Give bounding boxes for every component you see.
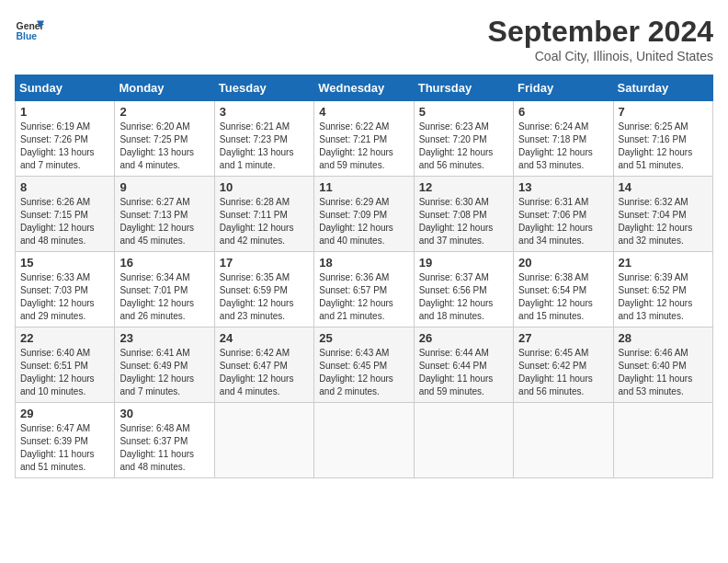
day-number: 6 [518,105,608,119]
day-info: Sunrise: 6:36 AM Sunset: 6:57 PM Dayligh… [319,271,408,323]
day-number: 20 [518,256,608,270]
calendar-cell: 22Sunrise: 6:40 AM Sunset: 6:51 PM Dayli… [16,327,115,403]
weekday-saturday: Saturday [613,75,712,101]
week-row-2: 8Sunrise: 6:26 AM Sunset: 7:15 PM Daylig… [16,177,713,252]
weekday-monday: Monday [115,75,214,101]
calendar-cell: 18Sunrise: 6:36 AM Sunset: 6:57 PM Dayli… [314,252,414,327]
day-info: Sunrise: 6:20 AM Sunset: 7:25 PM Dayligh… [119,121,209,172]
day-info: Sunrise: 6:44 AM Sunset: 6:44 PM Dayligh… [419,347,508,398]
day-info: Sunrise: 6:31 AM Sunset: 7:06 PM Dayligh… [518,196,608,247]
day-info: Sunrise: 6:29 AM Sunset: 7:09 PM Dayligh… [319,196,408,247]
calendar-cell: 30Sunrise: 6:48 AM Sunset: 6:37 PM Dayli… [115,403,214,478]
day-info: Sunrise: 6:27 AM Sunset: 7:13 PM Dayligh… [119,196,209,247]
day-info: Sunrise: 6:38 AM Sunset: 6:54 PM Dayligh… [518,271,608,323]
day-number: 2 [119,105,209,119]
weekday-wednesday: Wednesday [314,75,414,101]
day-number: 3 [220,105,309,119]
day-info: Sunrise: 6:45 AM Sunset: 6:42 PM Dayligh… [518,347,608,398]
day-info: Sunrise: 6:26 AM Sunset: 7:15 PM Dayligh… [20,196,109,247]
day-number: 22 [20,331,109,345]
day-info: Sunrise: 6:35 AM Sunset: 6:59 PM Dayligh… [220,271,309,323]
location-subtitle: Coal City, Illinois, United States [488,49,713,63]
calendar-cell: 10Sunrise: 6:28 AM Sunset: 7:11 PM Dayli… [214,177,313,252]
day-number: 16 [119,256,209,270]
day-number: 17 [220,256,309,270]
day-info: Sunrise: 6:24 AM Sunset: 7:18 PM Dayligh… [518,121,608,172]
svg-text:Blue: Blue [17,31,38,41]
calendar-cell: 13Sunrise: 6:31 AM Sunset: 7:06 PM Dayli… [514,177,613,252]
calendar-cell: 11Sunrise: 6:29 AM Sunset: 7:09 PM Dayli… [314,177,414,252]
page-header: General Blue September 2024 Coal City, I… [15,15,713,63]
day-info: Sunrise: 6:41 AM Sunset: 6:49 PM Dayligh… [119,347,209,398]
day-info: Sunrise: 6:21 AM Sunset: 7:23 PM Dayligh… [220,121,309,172]
calendar-cell: 19Sunrise: 6:37 AM Sunset: 6:56 PM Dayli… [414,252,513,327]
logo-icon: General Blue [15,15,44,44]
day-number: 24 [220,331,309,345]
day-info: Sunrise: 6:37 AM Sunset: 6:56 PM Dayligh… [419,271,508,323]
week-row-3: 15Sunrise: 6:33 AM Sunset: 7:03 PM Dayli… [16,252,713,327]
calendar-cell: 9Sunrise: 6:27 AM Sunset: 7:13 PM Daylig… [115,177,214,252]
day-number: 27 [518,331,608,345]
calendar-cell [514,403,613,478]
day-number: 23 [119,331,209,345]
calendar-cell: 2Sunrise: 6:20 AM Sunset: 7:25 PM Daylig… [115,101,214,177]
day-number: 14 [619,180,708,194]
day-info: Sunrise: 6:43 AM Sunset: 6:45 PM Dayligh… [319,347,408,398]
week-row-4: 22Sunrise: 6:40 AM Sunset: 6:51 PM Dayli… [16,327,713,403]
day-info: Sunrise: 6:47 AM Sunset: 6:39 PM Dayligh… [20,422,109,474]
calendar-cell: 25Sunrise: 6:43 AM Sunset: 6:45 PM Dayli… [314,327,414,403]
day-number: 21 [619,256,708,270]
day-info: Sunrise: 6:28 AM Sunset: 7:11 PM Dayligh… [220,196,309,247]
calendar-table: SundayMondayTuesdayWednesdayThursdayFrid… [15,75,713,478]
logo: General Blue [15,15,44,44]
calendar-cell: 17Sunrise: 6:35 AM Sunset: 6:59 PM Dayli… [214,252,313,327]
day-number: 7 [619,105,708,119]
weekday-friday: Friday [514,75,613,101]
day-number: 25 [319,331,408,345]
day-number: 8 [20,180,109,194]
calendar-cell [414,403,513,478]
day-info: Sunrise: 6:32 AM Sunset: 7:04 PM Dayligh… [619,196,708,247]
weekday-sunday: Sunday [16,75,115,101]
day-number: 12 [419,180,508,194]
calendar-cell: 5Sunrise: 6:23 AM Sunset: 7:20 PM Daylig… [414,101,513,177]
day-number: 30 [119,407,209,420]
calendar-cell: 27Sunrise: 6:45 AM Sunset: 6:42 PM Dayli… [514,327,613,403]
day-number: 4 [319,105,408,119]
day-info: Sunrise: 6:34 AM Sunset: 7:01 PM Dayligh… [119,271,209,323]
week-row-1: 1Sunrise: 6:19 AM Sunset: 7:26 PM Daylig… [16,101,713,177]
calendar-cell: 21Sunrise: 6:39 AM Sunset: 6:52 PM Dayli… [613,252,712,327]
calendar-cell: 6Sunrise: 6:24 AM Sunset: 7:18 PM Daylig… [514,101,613,177]
calendar-cell: 23Sunrise: 6:41 AM Sunset: 6:49 PM Dayli… [115,327,214,403]
day-number: 1 [20,105,109,119]
day-info: Sunrise: 6:33 AM Sunset: 7:03 PM Dayligh… [20,271,109,323]
calendar-cell: 29Sunrise: 6:47 AM Sunset: 6:39 PM Dayli… [16,403,115,478]
day-number: 11 [319,180,408,194]
calendar-cell: 1Sunrise: 6:19 AM Sunset: 7:26 PM Daylig… [16,101,115,177]
day-number: 19 [419,256,508,270]
day-info: Sunrise: 6:39 AM Sunset: 6:52 PM Dayligh… [619,271,708,323]
calendar-cell: 14Sunrise: 6:32 AM Sunset: 7:04 PM Dayli… [613,177,712,252]
calendar-cell: 16Sunrise: 6:34 AM Sunset: 7:01 PM Dayli… [115,252,214,327]
day-number: 13 [518,180,608,194]
weekday-tuesday: Tuesday [214,75,313,101]
calendar-cell: 7Sunrise: 6:25 AM Sunset: 7:16 PM Daylig… [613,101,712,177]
calendar-cell: 12Sunrise: 6:30 AM Sunset: 7:08 PM Dayli… [414,177,513,252]
calendar-cell: 8Sunrise: 6:26 AM Sunset: 7:15 PM Daylig… [16,177,115,252]
day-number: 18 [319,256,408,270]
day-number: 29 [20,407,109,420]
weekday-header-row: SundayMondayTuesdayWednesdayThursdayFrid… [16,75,713,101]
calendar-body: 1Sunrise: 6:19 AM Sunset: 7:26 PM Daylig… [16,101,713,478]
day-number: 10 [220,180,309,194]
day-info: Sunrise: 6:48 AM Sunset: 6:37 PM Dayligh… [119,422,209,474]
day-info: Sunrise: 6:23 AM Sunset: 7:20 PM Dayligh… [419,121,508,172]
calendar-cell: 3Sunrise: 6:21 AM Sunset: 7:23 PM Daylig… [214,101,313,177]
week-row-5: 29Sunrise: 6:47 AM Sunset: 6:39 PM Dayli… [16,403,713,478]
calendar-cell: 26Sunrise: 6:44 AM Sunset: 6:44 PM Dayli… [414,327,513,403]
day-number: 15 [20,256,109,270]
calendar-cell [214,403,313,478]
calendar-cell: 4Sunrise: 6:22 AM Sunset: 7:21 PM Daylig… [314,101,414,177]
day-info: Sunrise: 6:19 AM Sunset: 7:26 PM Dayligh… [20,121,109,172]
day-info: Sunrise: 6:42 AM Sunset: 6:47 PM Dayligh… [220,347,309,398]
day-number: 5 [419,105,508,119]
